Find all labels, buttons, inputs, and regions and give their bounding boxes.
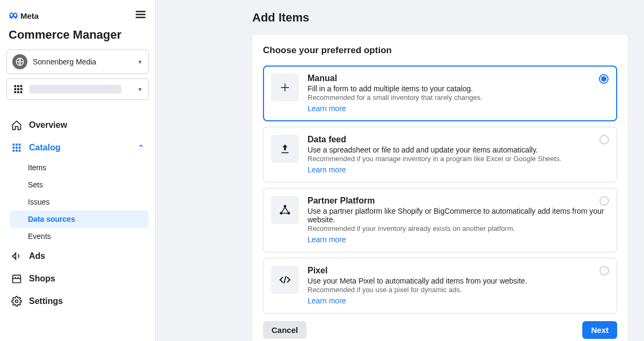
- nav-catalog[interactable]: Catalog ⌃: [6, 136, 149, 159]
- svg-rect-16: [13, 150, 15, 152]
- upload-icon: [271, 135, 299, 163]
- sidebar: Meta Commerce Manager Sonnenberg Media ▼…: [0, 0, 156, 341]
- megaphone-icon: [11, 250, 23, 262]
- radio-indicator: [599, 74, 609, 84]
- svg-rect-8: [17, 91, 19, 93]
- partner-icon: [271, 196, 299, 224]
- nav-ads[interactable]: Ads: [6, 245, 149, 267]
- nav-label: Settings: [29, 296, 63, 306]
- learn-more-link[interactable]: Learn more: [308, 296, 346, 305]
- svg-rect-9: [20, 91, 23, 93]
- option-rec: Recommended if you use a pixel for dynam…: [308, 286, 609, 294]
- card-heading: Choose your preferred option: [263, 45, 617, 56]
- learn-more-link[interactable]: Learn more: [308, 104, 346, 113]
- card: Choose your preferred option ManualFill …: [252, 34, 628, 341]
- nav-label: Overview: [29, 120, 67, 130]
- svg-rect-12: [19, 144, 21, 146]
- svg-rect-2: [17, 85, 19, 88]
- option-title: Manual: [308, 74, 609, 83]
- subnav-items[interactable]: Items: [20, 159, 149, 176]
- gear-icon: [11, 295, 23, 307]
- shop-icon: [11, 273, 23, 285]
- learn-more-link[interactable]: Learn more: [308, 165, 346, 174]
- option-desc: Use your Meta Pixel to automatically add…: [308, 277, 609, 285]
- account-name: Sonnenberg Media: [33, 57, 132, 66]
- nav-overview[interactable]: Overview: [6, 114, 149, 136]
- menu-icon[interactable]: [135, 9, 147, 23]
- cancel-button[interactable]: Cancel: [263, 321, 306, 339]
- main-content: Add Items Choose your preferred option M…: [156, 0, 644, 341]
- svg-point-19: [16, 300, 18, 303]
- page-title: Add Items: [252, 11, 628, 25]
- globe-icon: [12, 54, 27, 69]
- svg-rect-4: [14, 88, 17, 90]
- option-plus[interactable]: ManualFill in a form to add multiple ite…: [263, 66, 617, 121]
- next-button[interactable]: Next: [582, 321, 617, 339]
- svg-rect-14: [16, 147, 18, 149]
- option-desc: Fill in a form to add multiple items to …: [308, 84, 609, 93]
- option-desc: Use a partner platform like Shopify or B…: [308, 207, 609, 224]
- radio-indicator: [599, 135, 609, 144]
- subnav-sets[interactable]: Sets: [20, 176, 149, 193]
- catalog-icon: [11, 142, 23, 154]
- option-title: Pixel: [308, 266, 609, 275]
- option-title: Data feed: [308, 135, 609, 144]
- svg-rect-5: [17, 88, 19, 90]
- svg-rect-18: [19, 150, 21, 152]
- radio-indicator: [599, 196, 609, 206]
- meta-logo: Meta: [9, 11, 39, 20]
- svg-rect-7: [14, 91, 17, 93]
- svg-point-20: [284, 205, 287, 208]
- plus-icon: [271, 74, 299, 101]
- subnav-issues[interactable]: Issues: [20, 193, 149, 211]
- option-body: Data feedUse a spreadsheet or file to ad…: [308, 135, 609, 175]
- catalog-subnav: Items Sets Issues Data sources Events: [6, 159, 149, 245]
- subnav-data-sources[interactable]: Data sources: [10, 211, 149, 228]
- option-code[interactable]: PixelUse your Meta Pixel to automaticall…: [263, 258, 617, 314]
- chevron-down-icon: ▼: [137, 59, 143, 65]
- nav: Overview Catalog ⌃ Items Sets Issues Dat…: [6, 114, 149, 313]
- account-selector[interactable]: Sonnenberg Media ▼: [6, 49, 149, 74]
- home-icon: [11, 119, 23, 131]
- option-body: ManualFill in a form to add multiple ite…: [308, 74, 609, 113]
- chevron-up-icon: ⌃: [138, 143, 144, 152]
- learn-more-link[interactable]: Learn more: [308, 235, 346, 244]
- nav-label: Catalog: [29, 143, 61, 153]
- option-body: PixelUse your Meta Pixel to automaticall…: [308, 266, 609, 306]
- catalog-placeholder: [30, 85, 121, 93]
- svg-rect-17: [16, 150, 18, 152]
- svg-rect-6: [20, 88, 23, 90]
- svg-rect-10: [13, 144, 15, 146]
- code-icon: [271, 266, 299, 294]
- app-title: Commerce Manager: [6, 25, 149, 49]
- meta-infinity-icon: [9, 11, 18, 20]
- sidebar-header: Meta: [6, 9, 149, 25]
- svg-rect-13: [13, 147, 15, 149]
- option-rec: Recommended if your inventory already ex…: [308, 224, 609, 233]
- nav-shops[interactable]: Shops: [6, 267, 149, 290]
- catalog-selector[interactable]: ▼: [6, 78, 149, 100]
- option-rec: Recommended if you manage inventory in a…: [308, 155, 609, 163]
- options-list: ManualFill in a form to add multiple ite…: [263, 66, 617, 314]
- svg-rect-1: [14, 85, 17, 88]
- nav-label: Shops: [29, 274, 55, 284]
- option-upload[interactable]: Data feedUse a spreadsheet or file to ad…: [263, 127, 617, 183]
- radio-indicator: [599, 266, 609, 275]
- option-rec: Recommended for a small inventory that r…: [308, 93, 609, 101]
- chevron-down-icon: ▼: [137, 86, 143, 92]
- option-title: Partner Platform: [308, 196, 609, 206]
- card-footer: Cancel Next: [263, 321, 617, 339]
- svg-rect-11: [16, 144, 18, 146]
- svg-rect-3: [20, 85, 23, 88]
- option-desc: Use a spreadsheet or file to add and upd…: [308, 146, 609, 154]
- nav-label: Ads: [29, 251, 45, 261]
- option-partner[interactable]: Partner PlatformUse a partner platform l…: [263, 188, 617, 252]
- subnav-events[interactable]: Events: [20, 228, 149, 245]
- nav-settings[interactable]: Settings: [6, 290, 149, 313]
- svg-rect-15: [19, 147, 21, 149]
- grid-icon: [12, 83, 24, 95]
- brand-name: Meta: [20, 11, 39, 20]
- option-body: Partner PlatformUse a partner platform l…: [308, 196, 609, 244]
